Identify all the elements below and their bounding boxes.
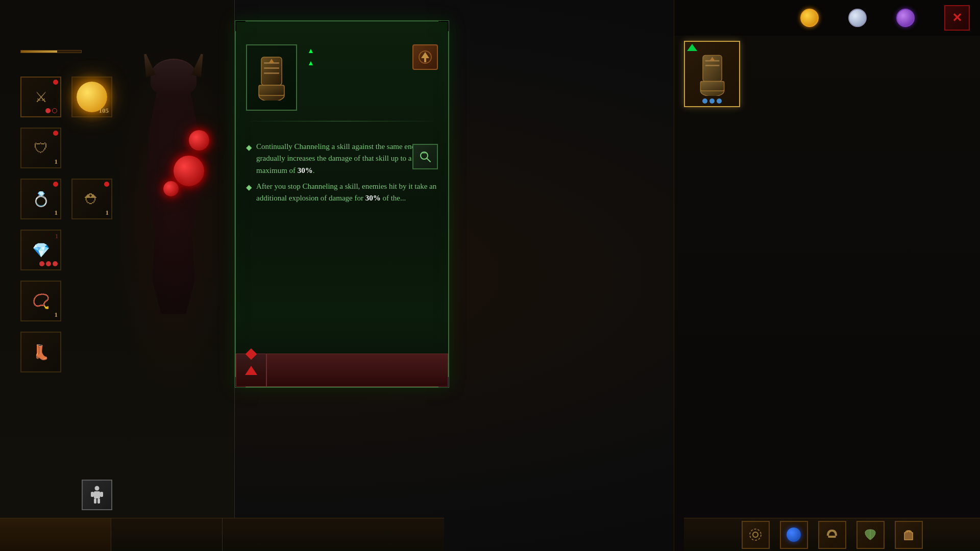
svg-marker-13 [421, 52, 429, 62]
close-button[interactable]: ✕ [944, 5, 970, 31]
purple-icon [896, 9, 915, 27]
character-portrait [117, 41, 230, 398]
ring-icon: 💍 [28, 186, 54, 212]
slot-circle-indicators [45, 108, 57, 113]
leaf-icon [863, 528, 877, 542]
gem-slot-2 [709, 98, 715, 104]
svg-rect-5 [97, 498, 100, 504]
gems-count: 1 [55, 233, 58, 240]
bullet-1: ◆ [246, 142, 252, 177]
equipped-boots-item[interactable] [684, 41, 740, 107]
red-orb-1 [174, 156, 204, 186]
neck-icon: 📿 [28, 288, 54, 314]
char-torso [143, 84, 204, 314]
armor-icon: 🛡 [28, 135, 54, 161]
tab-spacer [223, 518, 444, 551]
bag-icon [901, 528, 916, 542]
gold-icon [800, 9, 819, 27]
gold-currency [800, 9, 838, 27]
score-up-arrow: ▲ [307, 59, 314, 67]
combat-button[interactable] [818, 521, 846, 549]
equip-slot-weapon[interactable]: ⚔ [20, 77, 61, 117]
equip-slot-ring1[interactable]: 💍 1 [20, 179, 61, 219]
helm-icon: ⛑ [79, 186, 105, 212]
equip-slot-boots[interactable]: 👢 [20, 332, 61, 372]
helm-badge: 1 [106, 209, 109, 217]
item-panel: ▲ ▲ ◆ Continual [235, 20, 449, 388]
item-image-box [246, 44, 297, 111]
boot-image [254, 55, 289, 101]
equipped-boots-icon [696, 53, 729, 96]
neck-badge: 1 [55, 311, 58, 319]
bullet-2: ◆ [246, 182, 252, 205]
score-value: ▲ [305, 59, 405, 67]
svg-rect-26 [828, 536, 836, 538]
equip-slot-orb[interactable]: 105 [71, 77, 112, 117]
gear-icon [748, 528, 763, 542]
highlight-30-2: 30% [365, 194, 381, 202]
corner-tr [438, 21, 449, 31]
slot-red-dot-armor [53, 131, 58, 136]
ring-badge: 1 [55, 209, 58, 217]
set-properties-label [236, 127, 448, 133]
equip-slot-armor[interactable]: 🛡 1 [20, 128, 61, 168]
search-icon [418, 149, 432, 164]
slot-red-dot-helm [104, 182, 109, 187]
bonus-1-text: Continually Channeling a skill against t… [256, 141, 438, 177]
up-arrow [245, 366, 257, 375]
weapon-icon: ⚔ [28, 84, 54, 110]
tab-ce[interactable] [111, 518, 223, 551]
equip-slot-gems[interactable]: 💎 1 [20, 230, 61, 270]
gems-icon: 💎 [28, 237, 54, 263]
svg-line-16 [427, 158, 430, 162]
svg-rect-22 [705, 64, 719, 66]
inventory-button[interactable] [895, 521, 923, 549]
mannequin-svg [89, 486, 105, 504]
boots-gem-slots [702, 98, 722, 104]
svg-rect-2 [91, 492, 94, 497]
purple-currency [896, 9, 934, 27]
mannequin-button[interactable] [82, 480, 112, 510]
svg-point-25 [750, 529, 761, 540]
gem-button[interactable] [780, 521, 808, 549]
settings-button[interactable] [742, 521, 770, 549]
silver-icon [848, 9, 867, 27]
svg-point-24 [753, 532, 758, 537]
legacy-button[interactable] [856, 521, 885, 549]
slot-red-dot-ring [53, 182, 58, 187]
search-button[interactable] [412, 144, 438, 169]
upgrade-button[interactable] [412, 44, 438, 70]
tab-equipment[interactable] [0, 518, 111, 551]
svg-rect-20 [700, 81, 724, 91]
bonus-2-text: After you stop Channeling a skill, enemi… [256, 181, 438, 205]
equip-slot-neck[interactable]: 📿 1 [20, 281, 61, 321]
set-name [236, 133, 448, 139]
char-horn-left [140, 53, 156, 78]
text-fade [236, 315, 448, 356]
gem-slot-3 [717, 98, 722, 104]
gem-slot-1 [702, 98, 707, 104]
boots-icon: 👢 [28, 339, 54, 365]
item-title [236, 21, 448, 39]
gem-orb-icon [787, 528, 801, 542]
red-orb-2 [189, 130, 209, 151]
svg-rect-11 [264, 72, 279, 74]
life-up-arrow: ▲ [307, 47, 314, 55]
life-label: ▲ [305, 47, 405, 55]
equip-up-button[interactable] [236, 354, 266, 387]
red-orb-3 [163, 181, 179, 196]
highlight-30-1: 30% [298, 166, 313, 174]
svg-rect-10 [264, 67, 279, 69]
armor-badge: 1 [55, 158, 58, 166]
equip-slot-helm[interactable]: ⛑ 1 [71, 179, 112, 219]
slot-red-dot [53, 80, 58, 85]
gems-dots [39, 261, 58, 266]
bottom-right-icons [684, 518, 980, 551]
corner-tl [235, 21, 246, 31]
item-preview-area: ▲ ▲ [236, 39, 448, 116]
char-head [151, 59, 197, 94]
upgrade-icon-svg [418, 50, 432, 64]
svg-rect-3 [100, 492, 103, 497]
equip-button[interactable] [266, 354, 448, 387]
right-panel: ✕ [674, 0, 980, 551]
